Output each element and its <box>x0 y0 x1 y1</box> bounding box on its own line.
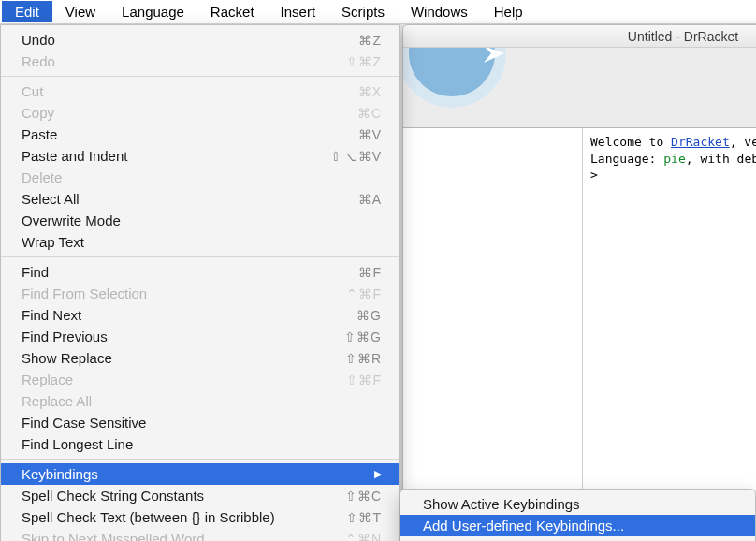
menu-item-label: Paste <box>22 126 316 142</box>
language-suffix: , with debug <box>686 152 756 166</box>
menu-item-label: Wrap Text <box>22 234 316 250</box>
app-window: Untitled - DrRacket Welcome to DrRacket,… <box>402 24 756 541</box>
menu-item-delete: Delete <box>1 167 399 188</box>
interactions-pane[interactable]: Welcome to DrRacket, ver Language: pie, … <box>583 128 756 540</box>
menu-item-label: Replace <box>22 372 316 387</box>
welcome-line: Welcome to DrRacket, ver <box>590 134 756 151</box>
menu-item-find[interactable]: Find⌘F <box>1 261 399 283</box>
menu-item-label: Find Next <box>22 307 316 323</box>
menu-item-keybindings[interactable]: Keybindings▶ <box>1 463 399 485</box>
window-title: Untitled - DrRacket <box>403 25 756 48</box>
menu-item-shortcut: ⌘C <box>316 106 382 121</box>
menu-item-find-next[interactable]: Find Next⌘G <box>1 304 399 326</box>
window-toolbar <box>403 48 756 128</box>
menu-item-label: Find From Selection <box>22 285 316 301</box>
menu-item-undo[interactable]: Undo⌘Z <box>1 29 399 51</box>
submenu-item-show-active-keybindings[interactable]: Show Active Keybindings <box>400 493 755 515</box>
language-line: Language: pie, with debug <box>590 151 756 168</box>
menu-item-spell-check-text-between-in-scribble[interactable]: Spell Check Text (between {} in Scribble… <box>1 506 399 528</box>
menu-item-label: Keybindings <box>22 466 367 482</box>
menu-item-label: Spell Check String Constants <box>22 488 316 504</box>
drracket-link[interactable]: DrRacket <box>671 135 730 149</box>
menubar-item-language[interactable]: Language <box>109 1 197 22</box>
app-logo-icon <box>403 48 516 119</box>
menu-item-shortcut: ⇧⌘G <box>316 329 382 344</box>
menu-item-label: Cut <box>22 83 316 99</box>
menu-item-label: Show Replace <box>22 350 316 366</box>
submenu-arrow-icon: ▶ <box>374 468 382 480</box>
menubar-item-scripts[interactable]: Scripts <box>328 1 398 22</box>
menu-item-label: Find <box>22 264 316 280</box>
menu-item-shortcut: ⌘G <box>316 308 382 323</box>
menubar-item-help[interactable]: Help <box>481 1 536 22</box>
menu-separator <box>1 256 399 257</box>
menu-item-label: Skip to Next Misspelled Word <box>22 531 316 541</box>
repl-prompt: > <box>590 167 756 183</box>
menu-item-redo: Redo⇧⌘Z <box>1 51 399 72</box>
menu-item-cut: Cut⌘X <box>1 80 399 102</box>
menu-item-shortcut: ⇧⌘Z <box>316 54 382 69</box>
menu-item-shortcut: ⌘Z <box>316 33 382 48</box>
submenu-item-label: Show Active Keybindings <box>423 496 738 512</box>
menu-item-shortcut: ⌘A <box>316 192 382 207</box>
menu-item-shortcut: ⇧⌘R <box>316 351 382 366</box>
menu-item-label: Undo <box>22 32 316 48</box>
language-prefix: Language: <box>590 152 663 166</box>
menubar: EditViewLanguageRacketInsertScriptsWindo… <box>0 0 756 24</box>
menu-item-label: Redo <box>22 53 316 69</box>
menu-item-paste-and-indent[interactable]: Paste and Indent⇧⌥⌘V <box>1 145 399 167</box>
language-value: pie <box>663 152 685 166</box>
menu-item-shortcut: ⇧⌘T <box>316 510 382 525</box>
menu-item-replace-all: Replace All <box>1 390 399 412</box>
menu-item-label: Replace All <box>22 393 316 409</box>
definitions-pane[interactable] <box>403 128 583 540</box>
menu-item-paste[interactable]: Paste⌘V <box>1 124 399 145</box>
menu-item-label: Spell Check Text (between {} in Scribble… <box>22 509 316 525</box>
menu-item-label: Paste and Indent <box>22 148 316 164</box>
menu-item-shortcut: ⌃⌘N <box>316 532 382 542</box>
menu-item-find-longest-line[interactable]: Find Longest Line <box>1 433 399 455</box>
menu-item-shortcut: ⇧⌘C <box>316 489 382 504</box>
menu-item-find-case-sensitive[interactable]: Find Case Sensitive <box>1 412 399 433</box>
menu-item-shortcut: ⌘V <box>316 127 382 142</box>
menu-item-find-from-selection: Find From Selection⌃⌘F <box>1 283 399 304</box>
menu-item-spell-check-string-constants[interactable]: Spell Check String Constants⇧⌘C <box>1 485 399 506</box>
menu-item-label: Find Case Sensitive <box>22 415 316 431</box>
menu-item-label: Delete <box>22 169 316 185</box>
menubar-item-racket[interactable]: Racket <box>197 1 268 22</box>
submenu-item-add-user-defined-keybindings[interactable]: Add User-defined Keybindings... <box>400 515 755 536</box>
menu-item-shortcut: ⇧⌥⌘V <box>316 149 382 164</box>
edit-menu-dropdown: Undo⌘ZRedo⇧⌘ZCut⌘XCopy⌘CPaste⌘VPaste and… <box>0 24 400 541</box>
menubar-item-edit[interactable]: Edit <box>2 1 52 22</box>
menu-item-shortcut: ⌃⌘F <box>316 286 382 301</box>
menu-item-overwrite-mode[interactable]: Overwrite Mode <box>1 210 399 231</box>
menu-item-show-replace[interactable]: Show Replace⇧⌘R <box>1 347 399 369</box>
menu-item-shortcut: ⌘F <box>316 265 382 280</box>
menu-item-label: Overwrite Mode <box>22 212 316 228</box>
menu-item-wrap-text[interactable]: Wrap Text <box>1 231 399 253</box>
submenu-item-add-user-defined-keybindings-from-planet[interactable]: Add User-defined Keybindings from PLaneT… <box>400 536 755 541</box>
menu-item-label: Select All <box>22 191 316 207</box>
welcome-suffix: , ver <box>730 135 756 149</box>
menu-item-shortcut: ⇧⌘F <box>316 373 382 387</box>
menu-item-select-all[interactable]: Select All⌘A <box>1 188 399 210</box>
submenu-item-label: Add User-defined Keybindings... <box>423 518 738 534</box>
menu-item-skip-to-next-misspelled-word: Skip to Next Misspelled Word⌃⌘N <box>1 528 399 541</box>
menu-item-label: Find Previous <box>22 329 316 344</box>
menubar-item-insert[interactable]: Insert <box>268 1 329 22</box>
menubar-item-view[interactable]: View <box>52 1 109 22</box>
menu-item-label: Find Longest Line <box>22 436 316 452</box>
content-area: Welcome to DrRacket, ver Language: pie, … <box>403 128 756 540</box>
menu-item-label: Copy <box>22 105 316 121</box>
menu-separator <box>1 459 399 460</box>
menu-item-shortcut: ⌘X <box>316 84 382 99</box>
menu-item-replace: Replace⇧⌘F <box>1 369 399 390</box>
menu-separator <box>1 76 399 77</box>
menu-item-copy: Copy⌘C <box>1 102 399 124</box>
menu-item-find-previous[interactable]: Find Previous⇧⌘G <box>1 326 399 347</box>
menubar-item-windows[interactable]: Windows <box>398 1 481 22</box>
keybindings-submenu: Show Active KeybindingsAdd User-defined … <box>400 489 756 541</box>
welcome-prefix: Welcome to <box>590 135 671 149</box>
